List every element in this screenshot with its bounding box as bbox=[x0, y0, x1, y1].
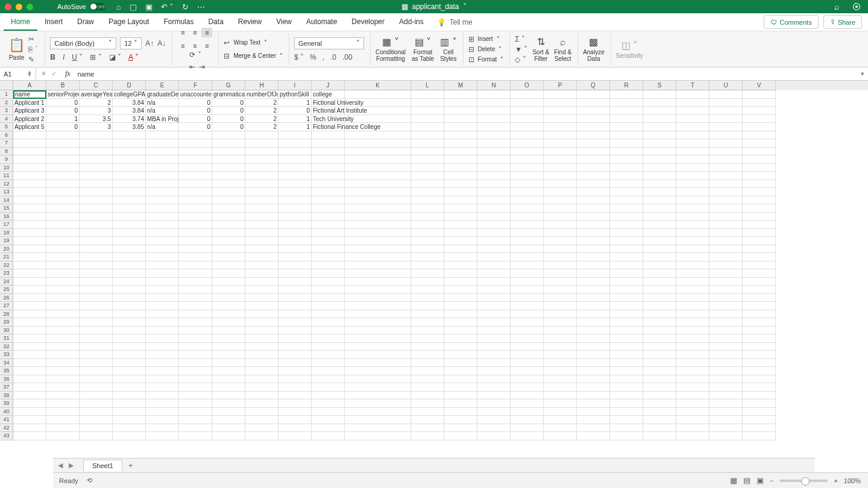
underline-icon[interactable]: U ˅ bbox=[72, 53, 83, 61]
cell[interactable] bbox=[411, 90, 444, 99]
cell[interactable] bbox=[13, 399, 46, 408]
cell[interactable] bbox=[709, 367, 743, 375]
cell[interactable] bbox=[610, 408, 643, 416]
cell[interactable] bbox=[312, 237, 345, 245]
cell[interactable]: 0 bbox=[212, 115, 245, 124]
cell[interactable] bbox=[146, 180, 179, 189]
cell[interactable] bbox=[278, 302, 312, 310]
cell[interactable]: pythonSkill bbox=[278, 90, 312, 99]
cell[interactable] bbox=[80, 286, 113, 294]
cell[interactable] bbox=[80, 334, 113, 343]
col-header-N[interactable]: N bbox=[477, 81, 511, 90]
redo-icon[interactable]: ↻ bbox=[182, 2, 189, 11]
col-header-H[interactable]: H bbox=[245, 81, 278, 90]
cell[interactable] bbox=[709, 269, 743, 278]
cell[interactable] bbox=[411, 375, 444, 384]
row-header[interactable]: 7 bbox=[0, 139, 13, 148]
cell[interactable] bbox=[411, 213, 444, 221]
cell[interactable] bbox=[544, 302, 577, 310]
cell[interactable] bbox=[312, 253, 345, 261]
cell[interactable] bbox=[345, 115, 411, 124]
cell[interactable] bbox=[245, 221, 278, 229]
cell[interactable] bbox=[511, 367, 544, 375]
cell[interactable] bbox=[444, 164, 477, 172]
cell[interactable] bbox=[80, 343, 113, 351]
cell[interactable] bbox=[511, 327, 544, 335]
cell[interactable] bbox=[278, 148, 312, 156]
cell[interactable] bbox=[444, 286, 477, 294]
cell[interactable] bbox=[80, 318, 113, 327]
cell[interactable] bbox=[643, 180, 676, 189]
tab-developer[interactable]: Developer bbox=[344, 14, 392, 31]
tab-page-layout[interactable]: Page Layout bbox=[101, 14, 156, 31]
row-header[interactable]: 31 bbox=[0, 334, 13, 343]
cell[interactable]: 1 bbox=[278, 123, 312, 131]
cell[interactable] bbox=[345, 188, 411, 196]
cell[interactable] bbox=[511, 278, 544, 286]
cell[interactable] bbox=[544, 383, 577, 392]
cell[interactable] bbox=[212, 139, 245, 148]
align-center-icon[interactable]: ≡ bbox=[189, 41, 200, 51]
cell[interactable] bbox=[643, 164, 676, 172]
cell[interactable] bbox=[212, 359, 245, 368]
cell[interactable] bbox=[345, 180, 411, 189]
cell[interactable] bbox=[477, 286, 511, 294]
cell[interactable] bbox=[212, 245, 245, 254]
cell[interactable] bbox=[80, 229, 113, 237]
cell[interactable] bbox=[743, 359, 776, 368]
cell[interactable] bbox=[212, 155, 245, 164]
cell[interactable] bbox=[345, 261, 411, 270]
cell[interactable] bbox=[544, 196, 577, 205]
cell[interactable] bbox=[610, 383, 643, 392]
cell[interactable] bbox=[212, 432, 245, 440]
cell[interactable] bbox=[80, 261, 113, 270]
cell[interactable] bbox=[179, 139, 212, 148]
cell[interactable] bbox=[577, 261, 610, 270]
cell[interactable] bbox=[676, 139, 709, 148]
cell[interactable] bbox=[676, 164, 709, 172]
wrap-text-button[interactable]: ↩Wrap Text ˅ bbox=[224, 39, 267, 47]
cell[interactable] bbox=[511, 334, 544, 343]
cell[interactable] bbox=[13, 310, 46, 319]
cell[interactable] bbox=[411, 302, 444, 310]
cell[interactable] bbox=[113, 196, 146, 205]
cell[interactable] bbox=[643, 375, 676, 384]
cell[interactable] bbox=[477, 115, 511, 124]
cell[interactable] bbox=[643, 90, 676, 99]
cell[interactable] bbox=[146, 148, 179, 156]
undo-icon[interactable]: ↶ ˅ bbox=[161, 2, 174, 11]
cell[interactable] bbox=[610, 123, 643, 131]
align-top-icon[interactable]: ≡ bbox=[177, 28, 188, 37]
grow-font-icon[interactable]: A↑ bbox=[145, 39, 154, 48]
cell[interactable] bbox=[245, 269, 278, 278]
cell[interactable] bbox=[444, 367, 477, 375]
cell[interactable] bbox=[577, 318, 610, 327]
cell[interactable] bbox=[544, 408, 577, 416]
cell[interactable] bbox=[511, 229, 544, 237]
cell[interactable]: 2 bbox=[245, 123, 278, 131]
row-header[interactable]: 3 bbox=[0, 107, 13, 115]
cell[interactable] bbox=[477, 164, 511, 172]
cell[interactable] bbox=[709, 392, 743, 400]
cell[interactable] bbox=[345, 302, 411, 310]
cell[interactable] bbox=[577, 148, 610, 156]
cell[interactable] bbox=[577, 432, 610, 440]
cell[interactable] bbox=[643, 310, 676, 319]
cell[interactable] bbox=[477, 123, 511, 131]
cell[interactable] bbox=[709, 302, 743, 310]
cell[interactable] bbox=[511, 188, 544, 196]
cell[interactable] bbox=[312, 408, 345, 416]
cell[interactable] bbox=[444, 196, 477, 205]
cell[interactable] bbox=[80, 269, 113, 278]
align-left-icon[interactable]: ≡ bbox=[177, 41, 188, 51]
cell[interactable] bbox=[411, 286, 444, 294]
cell[interactable] bbox=[46, 399, 80, 408]
cell[interactable] bbox=[13, 180, 46, 189]
cell[interactable] bbox=[511, 196, 544, 205]
cell[interactable] bbox=[511, 148, 544, 156]
cell[interactable] bbox=[444, 229, 477, 237]
cell[interactable] bbox=[80, 399, 113, 408]
cell[interactable] bbox=[610, 253, 643, 261]
cell[interactable]: 2 bbox=[245, 107, 278, 115]
row-header[interactable]: 33 bbox=[0, 351, 13, 359]
